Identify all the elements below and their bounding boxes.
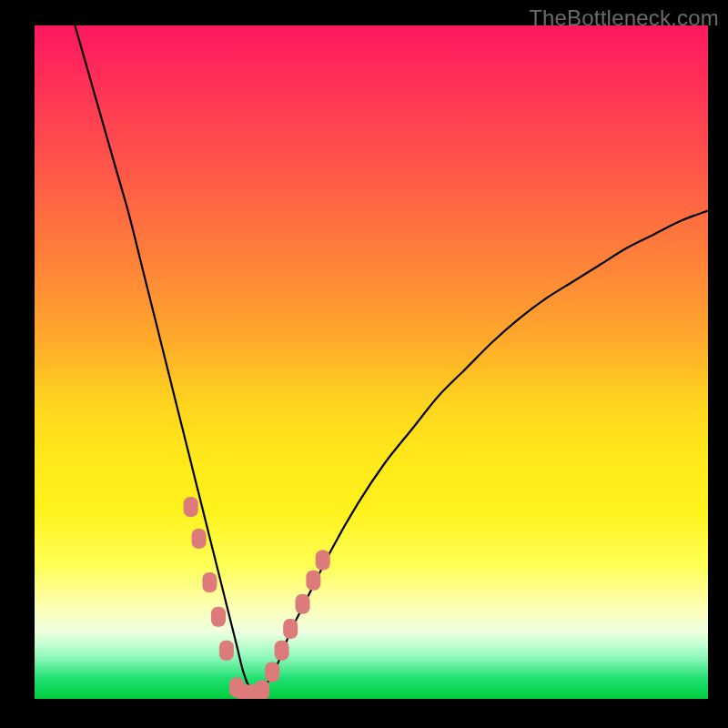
watermark-text: TheBottleneck.com — [529, 5, 719, 31]
marker-point — [219, 641, 234, 661]
marker-point — [255, 680, 269, 699]
marker-point — [192, 529, 207, 549]
chart-container: TheBottleneck.com — [0, 0, 728, 728]
marker-point — [211, 607, 226, 627]
marker-point — [184, 497, 198, 517]
marker-point — [265, 662, 279, 682]
marker-point — [283, 619, 298, 639]
marker-point — [202, 572, 217, 592]
marker-layer — [35, 25, 708, 699]
highlighted-points — [184, 497, 330, 699]
marker-point — [316, 551, 330, 571]
plot-area — [35, 25, 708, 699]
marker-point — [306, 571, 320, 591]
marker-point — [296, 594, 310, 614]
marker-point — [275, 641, 289, 661]
